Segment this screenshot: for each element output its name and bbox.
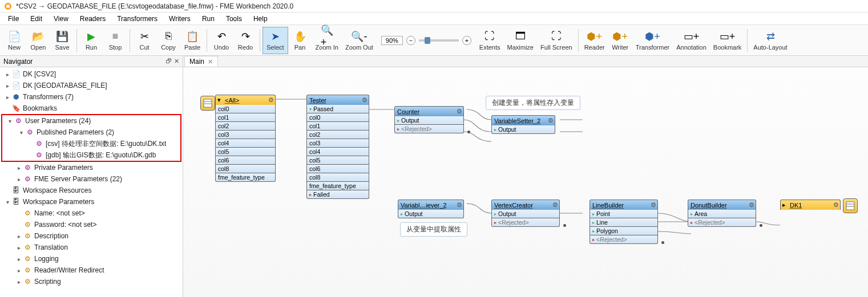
autolayout-button[interactable]: ⇄Auto-Layout (750, 27, 790, 54)
zoomout-button[interactable]: 🔍-Zoom Out (342, 27, 377, 54)
undo-button[interactable]: ↶Undo (209, 27, 233, 54)
tree-published-params[interactable]: ▾⚙Published Parameters (2) (2, 127, 180, 138)
run-button[interactable]: ▶Run (79, 27, 103, 54)
menu-file[interactable]: File (2, 13, 25, 25)
menu-help[interactable]: Help (248, 13, 273, 25)
node-donutbuilder[interactable]: DonutBuilder⚙ ▸Area ▸<Rejected> (688, 200, 756, 227)
port-col3[interactable]: col3 (306, 139, 369, 148)
tree-param-gdb[interactable]: ⚙[gdb] 输出GIS数据: E:\guotu\DK.gdb (2, 149, 180, 161)
tree-dk-csv[interactable]: ▸📄DK [CSV2] (0, 68, 183, 80)
node-variablesetter[interactable]: VariableSetter_2⚙ ▸Output (491, 115, 555, 134)
port-col4[interactable]: col4 (215, 139, 276, 148)
menu-view[interactable]: View (48, 13, 74, 25)
port-rejected[interactable]: ▸<Rejected> (590, 235, 658, 244)
gear-icon[interactable]: ⚙ (267, 96, 275, 104)
tab-main[interactable]: Main✕ (184, 56, 218, 67)
port-output[interactable]: ▸Output (398, 210, 464, 218)
open-button[interactable]: 📂Open (26, 27, 50, 54)
port-col4[interactable]: col4 (306, 148, 369, 156)
new-button[interactable]: 📄New (2, 27, 26, 54)
dock-icon[interactable]: 🗗 (165, 58, 172, 65)
menu-edit[interactable]: Edit (25, 13, 48, 25)
port-failed[interactable]: ▸Failed (306, 190, 369, 199)
port-fme-feature-type[interactable]: fme_feature_type (306, 182, 369, 190)
tree-transformers[interactable]: ▸⬢Transformers (7) (0, 91, 183, 103)
select-button[interactable]: ➤Select (263, 27, 288, 54)
expand-icon[interactable]: ▸ (781, 201, 788, 209)
tree-param-csv[interactable]: ⚙[csv] 待处理非空间数据: E:\guotu\DK.txt (2, 138, 180, 149)
port-col0[interactable]: col0 (215, 105, 276, 113)
tree-workspace-resources[interactable]: 🗄Workspace Resources (0, 185, 183, 196)
tree-ws-trans[interactable]: ▸⚙Translation (0, 242, 183, 253)
menu-writers[interactable]: Writers (163, 13, 196, 25)
port-passed[interactable]: ▾Passed (306, 105, 369, 113)
stop-button[interactable]: ■Stop (103, 27, 127, 54)
save-button[interactable]: 💾Save (50, 27, 74, 54)
port-rejected[interactable]: ▸<Rejected> (688, 218, 756, 227)
gear-icon[interactable]: ⚙ (551, 201, 559, 209)
close-icon[interactable]: ✕ (208, 58, 213, 66)
menu-readers[interactable]: Readers (74, 13, 111, 25)
node-variableretriever[interactable]: Variabl…iever_2⚙ ▸Output (398, 200, 464, 218)
node-linebuilder[interactable]: LineBuilder⚙ ▸Point ▸Line ▸Polygon ▸<Rej… (590, 200, 658, 244)
gear-icon[interactable]: ⚙ (361, 96, 369, 104)
zoom-input[interactable] (381, 36, 403, 45)
annotation-button[interactable]: ▭+Annotation (673, 27, 710, 54)
port-output[interactable]: ▸Output (394, 116, 464, 125)
tree-ws-rwredir[interactable]: ▸⚙Reader/Writer Redirect (0, 265, 183, 276)
tree-ws-desc[interactable]: ▸⚙Description (0, 230, 183, 242)
node-tester[interactable]: Tester⚙ ▾Passed col0 col1 col2 col3 col4… (306, 95, 369, 199)
transformer-button[interactable]: ⬢+Transformer (632, 27, 673, 54)
port-col2[interactable]: col2 (306, 131, 369, 139)
tree-dk-gdb[interactable]: ▸📄DK [GEODATABASE_FILE] (0, 80, 183, 91)
gear-icon[interactable]: ⚙ (547, 117, 555, 124)
tree-ws-name[interactable]: ⚙Name: <not set> (0, 208, 183, 219)
zoom-thumb[interactable] (425, 37, 430, 44)
writer-button[interactable]: ⬢+Writer (608, 27, 632, 54)
writer-feature-icon[interactable] (843, 198, 858, 213)
port-col6[interactable]: col6 (306, 165, 369, 173)
port-col0[interactable]: col0 (306, 113, 369, 122)
menu-run[interactable]: Run (196, 13, 220, 25)
node-vertexcreator[interactable]: VertexCreator⚙ ▸Output ▸<Rejected> (491, 200, 560, 227)
annotation-varret[interactable]: 从变量中提取属性 (400, 222, 467, 237)
port-fme-feature-type[interactable]: fme_feature_type (215, 173, 276, 182)
expand-icon[interactable]: ▾ (216, 96, 223, 104)
close-icon[interactable]: ✕ (174, 58, 179, 65)
redo-button[interactable]: ↷Redo (233, 27, 257, 54)
tree-ws-scripting[interactable]: ▸⚙Scripting (0, 276, 183, 287)
port-rejected[interactable]: ▸<Rejected> (491, 218, 560, 227)
port-col6[interactable]: col6 (215, 156, 276, 165)
canvas[interactable]: ▾<All>⚙ col0 col1 col2 col3 col4 col5 co… (183, 67, 868, 297)
port-col5[interactable]: col5 (215, 148, 276, 156)
menu-transformers[interactable]: Transformers (111, 13, 163, 25)
node-dk1[interactable]: ▸DK1⚙ (780, 200, 841, 210)
gear-icon[interactable]: ⚙ (455, 201, 463, 209)
tree-workspace-params[interactable]: ▾🗄Workspace Parameters (0, 196, 183, 208)
port-line[interactable]: ▸Line (590, 218, 658, 227)
port-output[interactable]: ▸Output (491, 125, 555, 134)
annotation-varset[interactable]: 创建变量，将属性存入变量 (486, 96, 580, 110)
tree-fme-server-params[interactable]: ▸⚙FME Server Parameters (22) (0, 173, 183, 185)
gear-icon[interactable]: ⚙ (832, 201, 840, 209)
port-col1[interactable]: col1 (306, 122, 369, 131)
copy-button[interactable]: ⎘Copy (156, 27, 180, 54)
port-col8[interactable]: col8 (306, 173, 369, 182)
tree-bookmarks[interactable]: 🔖Bookmarks (0, 103, 183, 114)
gear-icon[interactable]: ⚙ (455, 108, 463, 115)
port-col1[interactable]: col1 (215, 113, 276, 122)
port-col5[interactable]: col5 (306, 156, 369, 165)
tree-ws-logging[interactable]: ▸⚙Logging (0, 253, 183, 265)
fullscreen-button[interactable]: ⛶Full Screen (537, 27, 576, 54)
gear-icon[interactable]: ⚙ (649, 201, 657, 209)
tree-user-params[interactable]: ▾⚙User Parameters (24) (2, 115, 180, 127)
port-area[interactable]: ▸Area (688, 210, 756, 218)
port-col3[interactable]: col3 (215, 131, 276, 139)
node-counter[interactable]: Counter⚙ ▸Output ▸<Rejected> (394, 106, 464, 133)
bookmark-button[interactable]: ▭+Bookmark (710, 27, 745, 54)
zoom-plus-button[interactable]: + (462, 36, 471, 45)
port-point[interactable]: ▸Point (590, 210, 658, 218)
node-all[interactable]: ▾<All>⚙ col0 col1 col2 col3 col4 col5 co… (215, 95, 276, 182)
gear-icon[interactable]: ⚙ (748, 201, 756, 209)
menu-tools[interactable]: Tools (220, 13, 248, 25)
